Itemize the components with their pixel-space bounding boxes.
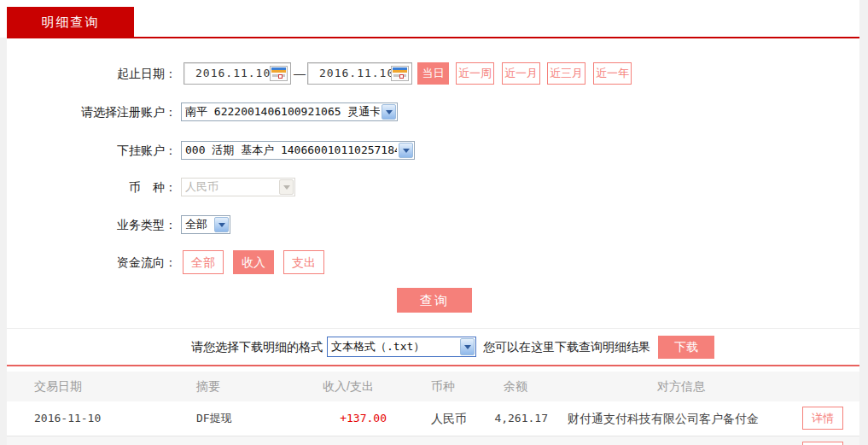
table-row-partial — [7, 436, 859, 445]
tab-underline — [7, 37, 859, 38]
chevron-down-icon[interactable] — [214, 217, 229, 232]
download-format-select[interactable]: 文本格式（.txt） — [327, 337, 476, 357]
header-counterparty: 对方信息 — [657, 372, 705, 401]
quick-range-3months-button[interactable]: 近三月 — [547, 62, 585, 85]
table-row: 2016-11-10 DF提现 +137.00 人民币 4,261.17 财付通… — [7, 401, 859, 436]
table-top-separator — [7, 365, 859, 366]
header-balance: 余额 — [504, 372, 527, 401]
date-range-separator: — — [292, 62, 307, 85]
query-button[interactable]: 查询 — [397, 288, 472, 313]
chevron-down-icon[interactable] — [399, 143, 413, 158]
detail-button[interactable]: 详情 — [802, 407, 843, 430]
header-date: 交易日期 — [34, 372, 82, 401]
date-range-label: 起止日期： — [0, 62, 177, 85]
download-format-label: 请您选择下载明细的格式 — [0, 337, 323, 357]
header-amount: 收入/支出 — [323, 372, 374, 401]
chevron-down-icon — [279, 179, 294, 195]
calendar-icon[interactable] — [270, 66, 288, 81]
start-date-value: 2016.11.10 — [195, 63, 271, 84]
header-summary: 摘要 — [196, 372, 220, 401]
start-date-input[interactable]: 2016.11.10 — [184, 62, 291, 85]
sub-account-label: 下挂账户： — [0, 141, 177, 160]
register-account-value: 南平 6222001406100921065 灵通卡 — [185, 103, 380, 120]
header-currency: 币种 — [431, 372, 455, 401]
fund-flow-expense-button[interactable]: 支出 — [283, 250, 324, 274]
quick-range-week-button[interactable]: 近一周 — [456, 62, 494, 85]
download-button[interactable]: 下载 — [658, 336, 714, 359]
sub-account-value: 000 活期 基本户 1406600101102571848 — [185, 142, 397, 159]
calendar-icon[interactable] — [391, 66, 409, 81]
sub-account-select[interactable]: 000 活期 基本户 1406600101102571848 — [181, 141, 415, 160]
detail-query-page: 明细查询 起止日期： 2016.11.10 — 2016.11.10 当日 近一… — [0, 0, 868, 445]
fund-flow-income-button[interactable]: 收入 — [233, 250, 274, 274]
fund-flow-all-button[interactable]: 全部 — [183, 250, 224, 274]
quick-range-month-button[interactable]: 近一月 — [502, 62, 540, 85]
business-type-label: 业务类型： — [0, 215, 177, 234]
cell-summary: DF提现 — [196, 401, 232, 436]
business-type-select[interactable]: 全部 — [181, 215, 230, 234]
currency-label: 币 种： — [0, 178, 177, 196]
download-format-value: 文本格式（.txt） — [331, 337, 458, 356]
tab-detail-query[interactable]: 明细查询 — [7, 7, 134, 37]
chevron-down-icon[interactable] — [382, 104, 396, 120]
download-hint-text: 您可以在这里下载查询明细结果 — [483, 337, 650, 357]
register-account-label: 请选择注册账户： — [0, 102, 177, 121]
currency-select: 人民币 — [181, 178, 295, 196]
quick-range-today-button[interactable]: 当日 — [417, 62, 449, 85]
chevron-down-icon[interactable] — [460, 338, 475, 355]
end-date-input[interactable]: 2016.11.10 — [307, 62, 412, 85]
form-divider — [7, 328, 859, 329]
cell-date: 2016-11-10 — [34, 401, 101, 436]
quick-range-year-button[interactable]: 近一年 — [593, 62, 632, 85]
currency-value: 人民币 — [185, 179, 277, 196]
cell-balance: 4,261.17 — [451, 401, 548, 436]
end-date-value: 2016.11.10 — [319, 63, 394, 84]
table-header-row: 交易日期 摘要 收入/支出 币种 余额 对方信息 — [7, 372, 859, 401]
cell-counterparty: 财付通支付科技有限公司客户备付金 — [568, 401, 759, 436]
fund-flow-label: 资金流向： — [0, 250, 177, 274]
cell-amount: +137.00 — [297, 401, 387, 436]
detail-button[interactable] — [802, 442, 843, 445]
business-type-value: 全部 — [185, 216, 213, 233]
register-account-select[interactable]: 南平 6222001406100921065 灵通卡 — [181, 102, 398, 121]
